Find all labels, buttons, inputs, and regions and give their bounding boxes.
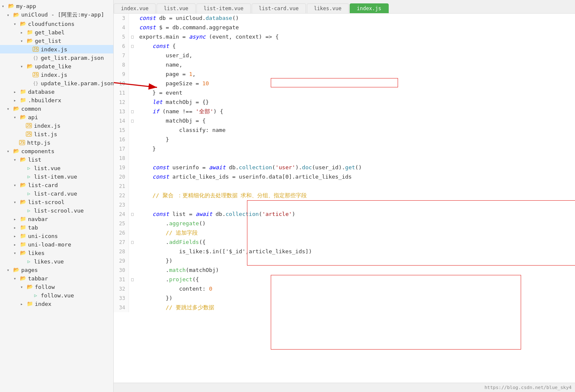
code-line-6: 6□ const {	[114, 42, 575, 51]
json-file-icon	[32, 80, 39, 87]
folder-icon	[20, 199, 26, 205]
sidebar-item-list_scrool_folder[interactable]: list-scrool	[0, 198, 113, 206]
sidebar-item-my-app[interactable]: my-app	[0, 2, 113, 10]
fold-indicator[interactable]: □	[129, 238, 136, 247]
sidebar-item-list_card_folder[interactable]: list-card	[0, 181, 113, 189]
line-content: .project({	[136, 275, 575, 284]
sidebar-item-list_scrool_vue[interactable]: list-scrool.vue	[0, 206, 113, 215]
folder-icon	[20, 249, 26, 256]
sidebar-item-hbuilderx[interactable]: .hbuilderx	[0, 96, 113, 104]
sidebar-item-list_card_vue[interactable]: list-card.vue	[0, 189, 113, 198]
line-number: 27	[114, 238, 129, 247]
folder-icon	[26, 63, 33, 70]
sidebar-item-api[interactable]: api	[0, 113, 113, 121]
sidebar-item-likes_folder[interactable]: likes	[0, 249, 113, 257]
sidebar-item-pages_folder[interactable]: pages	[0, 266, 113, 274]
fold-indicator[interactable]: □	[129, 275, 136, 284]
code-line-28: 28 is_like:$.in(['$_id',article_likes_id…	[114, 247, 575, 256]
sidebar-item-common[interactable]: common	[0, 104, 113, 113]
sidebar-item-label: my-app	[16, 3, 36, 9]
sidebar-item-list_js[interactable]: list.js	[0, 130, 113, 138]
sidebar-item-label: index.js	[41, 46, 67, 53]
sidebar-item-get_label[interactable]: get_label	[0, 28, 113, 36]
sidebar-item-unicloud[interactable]: uniCloud - [阿里云:my-app]	[0, 10, 113, 20]
code-line-17: 17 }	[114, 144, 575, 154]
line-number: 20	[114, 172, 129, 182]
code-line-34: 34 // 要跳过多少数据	[114, 303, 575, 312]
sidebar-item-uni_icons_folder[interactable]: uni-icons	[0, 232, 113, 240]
tab-tab-index-vue[interactable]: index.vue	[114, 3, 156, 13]
sidebar-item-database[interactable]: database	[0, 87, 113, 96]
line-number: 30	[114, 266, 129, 275]
sidebar-item-list_folder[interactable]: list	[0, 155, 113, 164]
tab-tab-likes-vue[interactable]: likes.vue	[307, 3, 349, 13]
code-editor[interactable]: 3const db = uniCloud.database()4const $ …	[114, 14, 575, 383]
line-number: 25	[114, 219, 129, 228]
sidebar-item-label: list-scrool.vue	[34, 207, 84, 214]
sidebar-item-likes_vue[interactable]: likes.vue	[0, 257, 113, 266]
sidebar-item-update_like[interactable]: update_like	[0, 62, 113, 70]
sidebar-item-list_item_vue[interactable]: list-item.vue	[0, 172, 113, 181]
chevron-right-icon	[14, 90, 19, 94]
line-content: const $ = db.command.aggregate	[136, 23, 575, 32]
chevron-down-icon	[7, 149, 12, 154]
js-file-icon	[25, 131, 32, 137]
js-file-icon	[19, 139, 25, 146]
line-content: name,	[136, 60, 575, 70]
tab-tab-list-item-vue[interactable]: list-item.vue	[196, 3, 251, 13]
sidebar-item-cloudfunctions[interactable]: cloudfunctions	[0, 20, 113, 28]
code-line-30: 30 .match(matchObj)	[114, 266, 575, 275]
code-line-25: 25 .aggregate()	[114, 219, 575, 228]
code-line-32: 32 content: 0	[114, 284, 575, 294]
vue-file-icon	[32, 292, 39, 299]
fold-indicator[interactable]: □	[129, 116, 136, 126]
line-content: } = event	[136, 88, 575, 98]
fold-indicator[interactable]: □	[129, 210, 136, 219]
tab-tab-index-js[interactable]: index.js	[350, 3, 389, 13]
line-number: 4	[114, 23, 129, 32]
sidebar-item-index_js_2[interactable]: index.js	[0, 70, 113, 79]
line-number: 17	[114, 144, 129, 154]
line-content: pageSize = 10	[136, 79, 575, 88]
sidebar-item-list_vue[interactable]: list.vue	[0, 164, 113, 172]
sidebar-item-label: update_like.param.json	[41, 80, 114, 87]
sidebar-item-follow_vue[interactable]: follow.vue	[0, 291, 113, 300]
code-line-27: 27□ .addFields({	[114, 238, 575, 247]
folder-icon	[26, 29, 33, 36]
tab-tab-list-vue[interactable]: list.vue	[157, 3, 196, 13]
folder-icon	[13, 266, 20, 273]
sidebar-item-follow_folder[interactable]: follow	[0, 283, 113, 291]
sidebar-item-index_folder[interactable]: index	[0, 300, 113, 308]
fold-indicator[interactable]: □	[129, 107, 136, 116]
sidebar-item-uni_load_more_folder[interactable]: uni-load-more	[0, 240, 113, 249]
line-number: 24	[114, 210, 129, 219]
sidebar-item-tab_folder[interactable]: tab	[0, 223, 113, 232]
sidebar-item-label: likes	[28, 250, 45, 256]
sidebar-item-tabbar_folder[interactable]: tabbar	[0, 274, 113, 283]
chevron-right-icon	[14, 98, 19, 103]
fold-indicator[interactable]: □	[129, 32, 136, 42]
sidebar-item-get_list_param[interactable]: get_list.param.json	[0, 53, 113, 62]
line-content: .addFields({	[136, 238, 575, 247]
tab-tab-list-card-vue[interactable]: list-card.vue	[252, 3, 306, 13]
sidebar-item-index_js_3[interactable]: index.js	[0, 121, 113, 130]
line-content: }	[136, 144, 575, 154]
code-line-13: 13□ if (name !== '全部') {	[114, 107, 575, 116]
sidebar-item-components[interactable]: components	[0, 147, 113, 155]
sidebar-item-get_list[interactable]: get_list	[0, 36, 113, 45]
sidebar-item-update_like_param[interactable]: update_like.param.json	[0, 79, 113, 87]
folder-icon	[13, 105, 20, 112]
sidebar-item-index_js_1[interactable]: index.js	[0, 45, 113, 53]
chevron-right-icon	[14, 242, 19, 247]
line-number: 21	[114, 182, 129, 191]
fold-indicator[interactable]: □	[129, 42, 136, 51]
sidebar-item-label: follow	[35, 284, 55, 290]
statusbar: https://blog.csdn.net/blue_sky4	[114, 383, 575, 392]
chevron-down-icon	[14, 183, 19, 188]
line-number: 10	[114, 79, 129, 88]
line-number: 7	[114, 51, 129, 60]
sidebar-item-label: pages	[21, 267, 38, 273]
sidebar-item-navbar_folder[interactable]: navbar	[0, 215, 113, 223]
sidebar-item-label: list.js	[34, 131, 57, 137]
sidebar-item-http_js[interactable]: http.js	[0, 138, 113, 147]
